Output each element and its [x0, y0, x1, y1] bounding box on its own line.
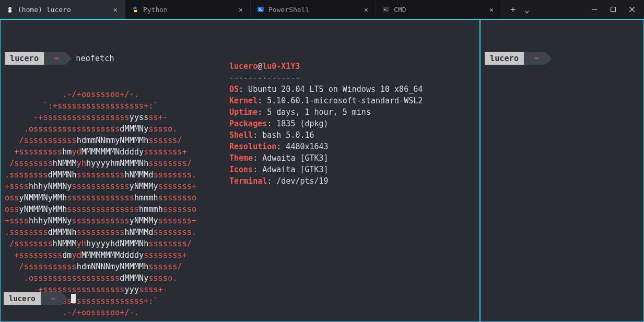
close-icon[interactable]: ✕: [362, 5, 370, 14]
tab-title: CMD: [394, 6, 483, 14]
cmd-icon: [382, 6, 390, 13]
pane-right[interactable]: lucero ~: [479, 19, 644, 322]
tab-python[interactable]: Python ✕: [125, 0, 251, 19]
svg-rect-5: [383, 7, 389, 12]
pane-left[interactable]: lucero ~ neofetch .-/+oossssoo+/-. `:+ss…: [0, 19, 479, 322]
tab-title: PowerShell: [268, 6, 358, 14]
prompt-dir: ~: [44, 52, 65, 65]
tab-bar: (home) lucero ✕ Python ✕ PowerShell ✕ CM…: [0, 0, 644, 19]
tux-icon: [6, 6, 14, 13]
prompt-dir: ~: [524, 52, 545, 65]
close-icon[interactable]: ✕: [237, 5, 245, 14]
new-tab-button[interactable]: ＋: [509, 4, 517, 15]
tab-title: (home) lucero: [18, 6, 107, 14]
prompt-user: lucero: [5, 52, 44, 65]
tab-dropdown-icon[interactable]: ⌄: [524, 5, 530, 15]
maximize-button[interactable]: [610, 6, 617, 13]
svg-point-3: [10, 8, 10, 8]
svg-point-2: [9, 8, 9, 8]
close-icon[interactable]: ✕: [111, 5, 120, 14]
pane-container: lucero ~ neofetch .-/+oossssoo+/-. `:+ss…: [0, 19, 644, 322]
prompt-user: lucero: [485, 52, 524, 65]
python-icon: [132, 6, 139, 13]
prompt: lucero ~: [485, 52, 641, 65]
tab-cmd[interactable]: CMD ✕: [376, 0, 501, 19]
prompt-user: lucero: [4, 292, 41, 305]
tab-powershell[interactable]: PowerShell ✕: [251, 0, 376, 19]
svg-rect-7: [611, 7, 616, 12]
close-icon[interactable]: ✕: [487, 5, 496, 14]
powershell-icon: [257, 6, 264, 13]
tab-title: Python: [143, 6, 232, 14]
minimize-button[interactable]: [591, 6, 598, 13]
tab-wsl[interactable]: (home) lucero ✕: [0, 0, 125, 19]
prompt-dir: ~: [41, 292, 62, 305]
prompt-command: neofetch: [65, 53, 114, 64]
prompt-idle: lucero ~: [4, 292, 76, 305]
neofetch-info: lucero@lu0-X1Y3---------------OS: Ubuntu…: [229, 61, 423, 187]
close-window-button[interactable]: [628, 6, 636, 13]
cursor[interactable]: [71, 294, 76, 303]
